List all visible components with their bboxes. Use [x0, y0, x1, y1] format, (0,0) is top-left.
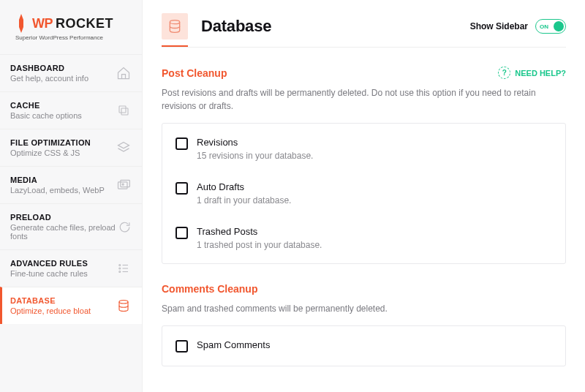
home-icon	[116, 65, 132, 81]
option-title: Spam Comments	[197, 339, 270, 350]
nav-title: ADVANCED RULES	[10, 259, 88, 268]
copy-icon	[116, 102, 132, 118]
brand-tagline: Superior WordPress Performance	[15, 34, 132, 41]
nav-title: CACHE	[10, 101, 82, 110]
svg-rect-1	[119, 106, 126, 113]
database-icon	[116, 298, 132, 314]
option-desc: 1 trashed post in your database.	[197, 240, 322, 250]
nav-item-database[interactable]: DATABASEOptimize, reduce bloat	[0, 287, 142, 324]
page-header: Database Show Sidebar ON	[162, 13, 566, 45]
rocket-icon	[15, 13, 28, 34]
toggle-on-label: ON	[540, 23, 548, 30]
section-post-cleanup: Post Cleanup ? NEED HELP? Post revisions…	[162, 67, 566, 264]
images-icon	[116, 177, 132, 193]
brand-logo: WP ROCKET Superior WordPress Performance	[0, 0, 142, 54]
nav-item-advanced-rules[interactable]: ADVANCED RULESFine-tune cache rules	[0, 249, 142, 287]
toggle-knob	[554, 21, 564, 31]
section-title: Post Cleanup	[162, 67, 227, 79]
checkbox-revisions[interactable]	[176, 137, 188, 150]
nav-item-preload[interactable]: PRELOADGenerate cache files, preload fon…	[0, 203, 142, 249]
need-help-button[interactable]: ? NEED HELP?	[498, 67, 566, 79]
nav-title: FILE OPTIMIZATION	[10, 138, 91, 147]
nav-item-cache[interactable]: CACHEBasic cache options	[0, 91, 142, 129]
nav-desc: LazyLoad, embeds, WebP	[10, 186, 105, 195]
section-desc: Post revisions and drafts will be perman…	[162, 86, 566, 113]
option-revisions: Revisions 15 revisions in your database.	[162, 127, 565, 171]
refresh-icon	[118, 219, 132, 235]
option-desc: 1 draft in your database.	[197, 195, 291, 206]
svg-point-11	[119, 301, 128, 304]
help-icon: ?	[498, 67, 510, 79]
option-title: Trashed Posts	[197, 226, 322, 237]
show-sidebar-toggle[interactable]: ON	[535, 19, 566, 34]
option-auto-drafts: Auto Drafts 1 draft in your database.	[162, 171, 565, 216]
option-title: Auto Drafts	[197, 181, 291, 192]
sidebar: WP ROCKET Superior WordPress Performance…	[0, 0, 143, 392]
list-icon	[116, 260, 132, 276]
show-sidebar-label: Show Sidebar	[470, 21, 528, 31]
svg-point-5	[119, 265, 121, 266]
header-divider	[162, 47, 566, 48]
brand-rocket: ROCKET	[56, 16, 113, 31]
option-desc: 15 revisions in your database.	[197, 151, 313, 161]
need-help-label: NEED HELP?	[515, 69, 566, 78]
layers-icon	[116, 140, 132, 156]
nav-desc: Basic cache options	[10, 111, 82, 120]
nav: DASHBOARDGet help, account info CACHEBas…	[0, 54, 142, 324]
nav-desc: Optimize CSS & JS	[10, 148, 91, 157]
section-title: Comments Cleanup	[162, 283, 257, 295]
options-card: Revisions 15 revisions in your database.…	[162, 123, 566, 264]
nav-desc: Optimize, reduce bloat	[10, 306, 91, 315]
option-spam-comments: Spam Comments	[162, 329, 565, 363]
svg-point-9	[119, 271, 121, 273]
svg-point-7	[119, 268, 121, 269]
nav-item-dashboard[interactable]: DASHBOARDGet help, account info	[0, 54, 142, 91]
svg-rect-0	[121, 108, 128, 115]
nav-title: DASHBOARD	[10, 64, 88, 72]
options-card: Spam Comments	[162, 325, 566, 366]
database-icon	[162, 13, 188, 39]
nav-desc: Get help, account info	[10, 74, 88, 83]
section-comments-cleanup: Comments Cleanup Spam and trashed commen…	[162, 283, 566, 366]
option-title: Revisions	[197, 137, 313, 148]
nav-item-file-optimization[interactable]: FILE OPTIMIZATIONOptimize CSS & JS	[0, 129, 142, 166]
nav-title: PRELOAD	[10, 213, 118, 222]
svg-rect-3	[121, 180, 130, 186]
checkbox-auto-drafts[interactable]	[176, 182, 188, 195]
checkbox-trashed-posts[interactable]	[176, 227, 188, 239]
nav-desc: Fine-tune cache rules	[10, 269, 88, 278]
checkbox-spam-comments[interactable]	[176, 340, 188, 353]
nav-desc: Generate cache files, preload fonts	[10, 223, 118, 241]
main-panel: Database Show Sidebar ON Post Cleanup ? …	[143, 0, 585, 392]
nav-item-media[interactable]: MEDIALazyLoad, embeds, WebP	[0, 166, 142, 203]
nav-title: MEDIA	[10, 176, 105, 184]
option-trashed-posts: Trashed Posts 1 trashed post in your dat…	[162, 216, 565, 260]
svg-point-4	[122, 184, 124, 185]
nav-title: DATABASE	[10, 296, 91, 305]
section-desc: Spam and trashed comments will be perman…	[162, 302, 566, 315]
svg-point-12	[170, 20, 179, 24]
page-title: Database	[201, 17, 271, 36]
brand-wp: WP	[32, 16, 53, 31]
